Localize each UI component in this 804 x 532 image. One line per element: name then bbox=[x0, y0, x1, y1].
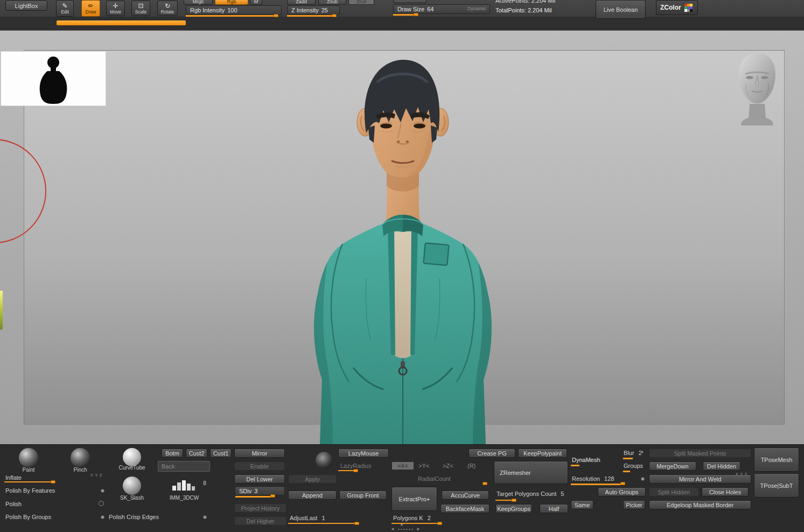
sdiv-slider[interactable]: SDiv 3 bbox=[235, 486, 285, 495]
scale-button[interactable]: ⊡ Scale bbox=[131, 1, 150, 16]
auto-groups-button[interactable]: Auto Groups bbox=[598, 487, 646, 496]
picker-button[interactable]: Picker bbox=[623, 500, 645, 509]
polish-mode-dot[interactable] bbox=[99, 501, 104, 506]
resolution-handle[interactable] bbox=[620, 482, 625, 485]
move-button[interactable]: ✛ Move bbox=[106, 1, 125, 16]
radialcount-slider[interactable]: RadialCount bbox=[418, 475, 451, 482]
mirror-z-toggle[interactable]: >Z< bbox=[443, 463, 453, 469]
rgb-intensity-slider[interactable]: Rgb Intensity 100 bbox=[186, 5, 282, 15]
draw-size-slider[interactable]: Draw Size 64 Dynamic bbox=[393, 4, 490, 14]
sk-slash-brush-icon[interactable] bbox=[123, 477, 141, 495]
lazyradius-slider[interactable]: LazyRadius bbox=[340, 463, 371, 469]
paint-brush-icon[interactable] bbox=[19, 448, 38, 467]
keeppolypaint-button[interactable]: KeepPolypaint bbox=[518, 449, 567, 458]
panel-divider-control[interactable]: ◄ • • • • • • ► bbox=[368, 526, 443, 532]
divider-right-arrow[interactable]: ► bbox=[416, 527, 421, 531]
split-hidden-button[interactable]: Split Hidden bbox=[649, 487, 699, 496]
apply-button[interactable]: Apply bbox=[288, 474, 337, 484]
mirror-r-toggle[interactable]: (R) bbox=[467, 463, 476, 469]
rotate-button[interactable]: ↻ Rotate bbox=[157, 1, 178, 16]
adjustlast-slider[interactable]: AdjustLast 1 bbox=[290, 515, 325, 521]
polish-slider[interactable]: Polish bbox=[5, 501, 22, 507]
polish-by-features-slider[interactable]: Polish By Features bbox=[5, 487, 55, 494]
blur-mode-dot[interactable] bbox=[641, 451, 644, 453]
polygons-slider[interactable]: Polygons K 2 bbox=[393, 515, 431, 521]
polish-crisp-edges-slider[interactable]: Polish Crisp Edges bbox=[109, 514, 159, 520]
zcut-button[interactable]: Zcut bbox=[348, 0, 374, 5]
zsub-button[interactable]: Zsub bbox=[318, 0, 346, 5]
del-higher-button[interactable]: Del Higher bbox=[234, 516, 286, 526]
zadd-button[interactable]: Zadd bbox=[287, 0, 316, 5]
crease-pg-button[interactable]: Crease PG bbox=[469, 449, 515, 458]
pinch-brush-icon[interactable] bbox=[71, 448, 90, 467]
adjustlast-handle[interactable] bbox=[354, 522, 359, 525]
botm-button[interactable]: Botm bbox=[162, 449, 183, 458]
blur-slider[interactable]: Blur 2 bbox=[624, 450, 642, 456]
mrgb-button[interactable]: Mrgb bbox=[184, 0, 213, 5]
enable-button[interactable]: Enable bbox=[234, 461, 285, 471]
lazymouse-button[interactable]: LazyMouse bbox=[338, 449, 389, 458]
polish-by-groups-slider[interactable]: Polish By Groups bbox=[5, 514, 51, 520]
lazyradius-handle[interactable] bbox=[353, 469, 358, 472]
draw-button[interactable]: ✏ Draw bbox=[81, 0, 100, 17]
mirror-button[interactable]: Mirror bbox=[234, 449, 285, 458]
rgb-intensity-handle[interactable] bbox=[274, 14, 278, 17]
append-button[interactable]: Append bbox=[288, 491, 337, 500]
target-polygons-slider[interactable]: Target Polygons Count 5 bbox=[497, 491, 564, 497]
divider-left-arrow[interactable]: ◄ bbox=[390, 527, 395, 531]
extractpro-button[interactable]: ExtractPro+ bbox=[391, 487, 437, 511]
tool-head-preview[interactable] bbox=[733, 50, 781, 127]
target-polygons-track bbox=[495, 500, 513, 501]
lightbox-button[interactable]: LightBox bbox=[5, 1, 47, 11]
resolution-slider[interactable]: Resolution 128 bbox=[572, 475, 614, 482]
stroke-preview-icon[interactable] bbox=[316, 452, 333, 469]
polish-crisp-edges-mode-dot[interactable] bbox=[203, 515, 207, 519]
group-front-button[interactable]: Group Front bbox=[339, 491, 387, 500]
half-button[interactable]: Half bbox=[540, 504, 568, 513]
backfacemask-button[interactable]: BackfaceMask bbox=[441, 504, 490, 513]
dynamesh-button[interactable]: DynaMesh bbox=[572, 457, 600, 463]
inflate-handle[interactable] bbox=[51, 480, 55, 484]
mirror-and-weld-axis-toggle[interactable]: X Y Z bbox=[736, 472, 747, 476]
back-field[interactable]: Back bbox=[158, 461, 210, 472]
same-button[interactable]: Same bbox=[571, 500, 593, 509]
mergedown-button[interactable]: MergeDown bbox=[649, 461, 696, 471]
project-history-button[interactable]: Project History bbox=[234, 503, 286, 513]
zremesher-button[interactable]: ZRemesher bbox=[494, 461, 568, 484]
resolution-mode-dot[interactable] bbox=[641, 477, 645, 481]
imm-3dcw-brush-icon[interactable] bbox=[171, 478, 196, 491]
close-holes-button[interactable]: Close Holes bbox=[702, 487, 749, 496]
partial-slider[interactable] bbox=[393, 0, 427, 3]
split-masked-points-button[interactable]: Split Masked Points bbox=[649, 449, 751, 458]
curvetube-brush-icon[interactable] bbox=[123, 448, 141, 466]
rgb-button[interactable]: Rgb bbox=[215, 0, 248, 5]
mirror-y-toggle[interactable]: >Y< bbox=[418, 463, 429, 469]
accucurve-button[interactable]: AccuCurve bbox=[442, 491, 489, 500]
polygons-handle[interactable] bbox=[437, 522, 442, 525]
polish-by-features-mode-dot[interactable] bbox=[101, 489, 104, 493]
polish-by-groups-mode-dot[interactable] bbox=[101, 515, 104, 519]
m-button[interactable]: M bbox=[250, 0, 262, 5]
sdiv-handle[interactable] bbox=[270, 494, 275, 498]
mirror-x-toggle[interactable]: >X< bbox=[391, 461, 414, 470]
document-canvas[interactable] bbox=[0, 31, 804, 444]
inflate-axis-toggle[interactable]: X Y Z bbox=[90, 473, 102, 477]
dynamic-label[interactable]: Dynamic bbox=[467, 6, 486, 11]
edgeloop-masked-border-button[interactable]: Edgeloop Masked Border bbox=[649, 500, 751, 509]
del-hidden-button[interactable]: Del Hidden bbox=[703, 461, 740, 471]
cust2-button[interactable]: Cust2 bbox=[186, 449, 207, 458]
del-lower-button[interactable]: Del Lower bbox=[234, 474, 285, 484]
edit-button[interactable]: ✎ Edit bbox=[56, 0, 74, 17]
groups-button[interactable]: Groups bbox=[624, 463, 643, 469]
draw-size-handle[interactable] bbox=[414, 13, 418, 16]
zcolor-button[interactable]: ZColor bbox=[656, 0, 698, 15]
z-intensity-handle[interactable] bbox=[332, 14, 337, 17]
live-boolean-button[interactable]: Live Boolean bbox=[596, 0, 646, 19]
tpose-subt-button[interactable]: TPose|SubT bbox=[754, 473, 799, 498]
tposemesh-button[interactable]: TPoseMesh bbox=[754, 447, 799, 472]
target-polygons-handle[interactable] bbox=[512, 499, 516, 502]
inflate-slider[interactable]: Inflate bbox=[5, 474, 22, 481]
cust1-button[interactable]: Cust1 bbox=[210, 449, 232, 458]
keepgroups-button[interactable]: KeepGroups bbox=[495, 504, 532, 513]
radialcount-handle[interactable] bbox=[483, 482, 487, 485]
